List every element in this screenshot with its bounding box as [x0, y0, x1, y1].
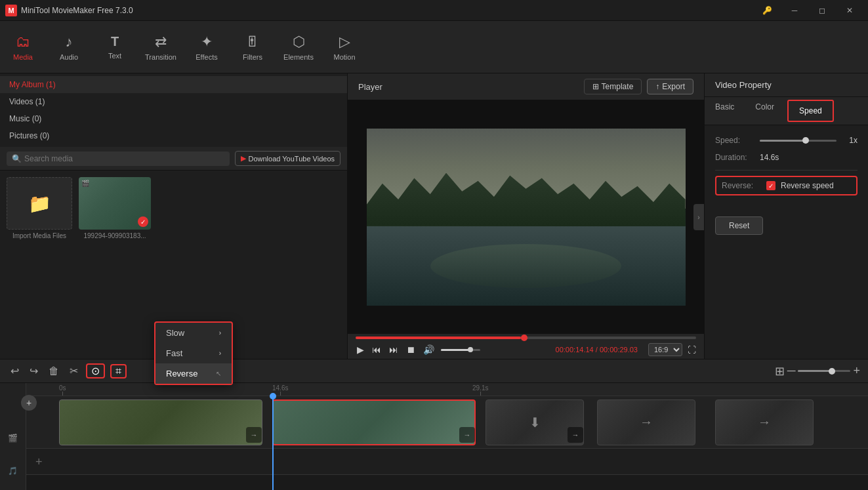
- search-input[interactable]: [24, 154, 224, 163]
- player-title: Player: [358, 82, 382, 92]
- video-clip-4[interactable]: →: [597, 399, 695, 445]
- toolbar-filters[interactable]: 🎚 Filters: [230, 24, 276, 70]
- audio-icon: ♪: [66, 33, 73, 51]
- zoom-slider[interactable]: [798, 370, 850, 372]
- toolbar-elements[interactable]: ⬡ Elements: [276, 24, 321, 70]
- tab-color[interactable]: Color: [745, 97, 785, 125]
- player-progress[interactable]: [356, 337, 696, 339]
- youtube-label: Download YouTube Videos: [249, 155, 335, 163]
- tab-basic[interactable]: Basic: [705, 97, 745, 125]
- play-btn[interactable]: ▶: [356, 343, 365, 356]
- toolbar-filters-label: Filters: [243, 53, 262, 61]
- ctx-fast[interactable]: Fast ›: [155, 343, 232, 363]
- speed-value: 1x: [842, 136, 858, 145]
- album-item-pictures[interactable]: Pictures (0): [0, 127, 347, 144]
- template-label: Template: [602, 82, 634, 91]
- youtube-download-btn[interactable]: ▶ Download YouTube Videos: [235, 151, 341, 166]
- transition-arrow-1[interactable]: →: [246, 427, 262, 443]
- folder-icon: 📁: [28, 193, 51, 214]
- speed-slider[interactable]: [760, 140, 837, 142]
- crop-btn[interactable]: ⌗: [110, 364, 127, 378]
- settings-btn[interactable]: 🔑: [754, 0, 780, 21]
- timeline-toolbar: ↩ ↪ 🗑 ✂ ⊙ ⌗ ⊞ ─ +: [0, 359, 868, 383]
- import-media-label: Import Media Files: [12, 232, 66, 239]
- volume-slider[interactable]: [441, 349, 480, 351]
- import-media-item[interactable]: 📁 Import Media Files: [7, 177, 72, 239]
- speed-context-menu: Slow › Fast › Reverse ↖: [154, 321, 233, 385]
- export-icon: ↑: [655, 82, 659, 91]
- video-clip-1[interactable]: [59, 399, 262, 445]
- ruler-line-29s: [480, 392, 481, 396]
- close-btn[interactable]: ✕: [837, 0, 863, 21]
- search-box[interactable]: 🔍: [7, 152, 230, 166]
- video-clip-5[interactable]: →: [715, 399, 814, 445]
- playhead[interactable]: [272, 396, 274, 490]
- reset-btn[interactable]: Reset: [715, 216, 763, 235]
- toolbar-motion-label: Motion: [333, 53, 355, 61]
- tab-speed[interactable]: Speed: [787, 100, 834, 122]
- toolbar-transition[interactable]: ⇄ Transition: [138, 24, 184, 70]
- restore-btn[interactable]: ◻: [809, 0, 835, 21]
- delete-btn[interactable]: 🗑: [46, 364, 62, 378]
- export-btn[interactable]: ↑ Export: [647, 79, 693, 94]
- window-controls[interactable]: 🔑 ─ ◻ ✕: [754, 0, 863, 21]
- reverse-row: Reverse: ✓ Reverse speed: [715, 176, 858, 195]
- template-icon: ⊞: [592, 82, 599, 91]
- cut-btn[interactable]: ✂: [67, 363, 81, 378]
- video-frame: [367, 129, 686, 306]
- reverse-label: Reverse:: [722, 181, 761, 190]
- youtube-icon: ▶: [241, 154, 246, 163]
- zoom-out-btn[interactable]: ─: [787, 364, 796, 378]
- add-track-btn[interactable]: +: [21, 395, 37, 411]
- transition-arrow-2[interactable]: →: [459, 427, 475, 443]
- undo-btn[interactable]: ↩: [8, 363, 22, 378]
- app-title: MiniTool MovieMaker Free 7.3.0: [21, 6, 133, 15]
- panel-collapse-btn[interactable]: ›: [693, 204, 704, 230]
- speed-btn[interactable]: ⊙: [86, 363, 105, 378]
- video-selected-check: ✓: [138, 216, 148, 227]
- ruler-line-0s: [62, 392, 63, 396]
- toolbar-media[interactable]: 🗂 Media: [0, 24, 46, 70]
- video-track: → → ⬇ → → →: [26, 396, 868, 449]
- toolbar-motion[interactable]: ▷ Motion: [321, 24, 367, 70]
- ruler-line-14s: [280, 392, 281, 396]
- clip2-thumbnail: [274, 401, 474, 444]
- cursor-indicator: ↖: [216, 370, 221, 377]
- zoom-in-btn[interactable]: +: [853, 364, 860, 378]
- zoom-fill: [798, 370, 832, 372]
- titlebar-left: M MiniTool MovieMaker Free 7.3.0: [5, 5, 133, 16]
- video-clip-2[interactable]: [272, 399, 476, 445]
- toolbar-effects[interactable]: ✦ Effects: [184, 24, 230, 70]
- video-camera-icon: 🎬: [81, 180, 89, 187]
- toolbar-text[interactable]: T Text: [92, 24, 138, 70]
- next-frame-btn[interactable]: ⏭: [388, 343, 400, 356]
- ruler-mark-29s: 29.1s: [472, 384, 488, 396]
- stop-btn[interactable]: ⏹: [405, 343, 417, 356]
- speed-fill: [760, 140, 806, 142]
- album-item-music[interactable]: Music (0): [0, 110, 347, 127]
- video-media-item[interactable]: 🎬 ✓ 199294-909903183...: [79, 177, 151, 239]
- ctx-slow-arrow: ›: [219, 329, 221, 337]
- collapse-tracks-btn[interactable]: ⊞: [775, 364, 785, 378]
- volume-btn[interactable]: 🔊: [422, 343, 436, 356]
- chevron-right-icon: ›: [697, 214, 699, 221]
- ctx-reverse[interactable]: Reverse ↖: [155, 363, 232, 384]
- time-total: 00:00:29.03: [600, 346, 638, 354]
- ctx-slow[interactable]: Slow ›: [155, 323, 232, 343]
- transition-arrow-3[interactable]: →: [568, 427, 583, 443]
- album-item-videos[interactable]: Videos (1): [0, 93, 347, 110]
- aspect-ratio-select[interactable]: 16:9 9:16 4:3 1:1: [648, 343, 682, 356]
- duration-label: Duration:: [715, 153, 754, 162]
- prev-frame-btn[interactable]: ⏮: [371, 343, 382, 356]
- album-item-myalbum[interactable]: My Album (1): [0, 76, 347, 93]
- reverse-checkbox[interactable]: ✓: [766, 181, 775, 190]
- redo-btn[interactable]: ↪: [27, 363, 41, 378]
- template-btn[interactable]: ⊞ Template: [584, 79, 642, 94]
- player-controls: ▶ ⏮ ⏭ ⏹ 🔊 00:00:14.14 / 00:00:29.03 16:9…: [356, 343, 696, 356]
- progress-thumb[interactable]: [521, 335, 527, 341]
- toolbar-audio[interactable]: ♪ Audio: [46, 24, 92, 70]
- video-thumb[interactable]: 🎬 ✓: [79, 177, 151, 230]
- import-media-box[interactable]: 📁: [7, 177, 72, 230]
- minimize-btn[interactable]: ─: [781, 0, 808, 21]
- fullscreen-btn[interactable]: ⛶: [688, 345, 696, 355]
